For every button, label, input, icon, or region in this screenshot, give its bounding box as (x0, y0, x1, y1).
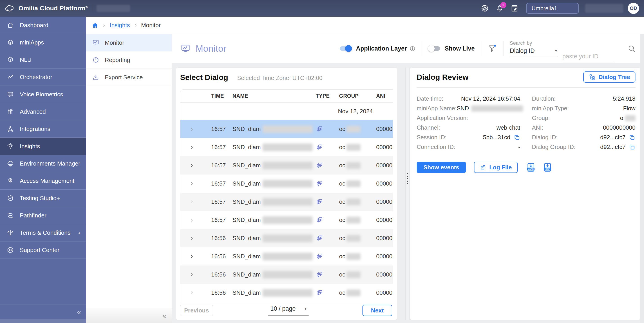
row-ani: 0000000000 (375, 217, 393, 224)
field-ani: ANI: 0000000000 (532, 123, 636, 133)
row-expand-chevron-icon[interactable] (180, 254, 203, 259)
page-size-select[interactable]: 10 / page ▾ (268, 305, 309, 316)
avatar[interactable]: OD (628, 3, 639, 14)
application-layer-toggle[interactable] (340, 46, 352, 51)
nodes-icon (7, 125, 14, 133)
submenu-item-monitor[interactable]: Monitor (86, 34, 172, 51)
field-label: Dialog ID: (532, 134, 558, 141)
route-icon (7, 212, 14, 219)
home-icon[interactable] (92, 22, 98, 29)
dialog-tree-button[interactable]: Dialog Tree (583, 71, 636, 83)
row-expand-chevron-icon[interactable] (180, 145, 203, 150)
sidebar-item-label: Advanced (20, 108, 46, 115)
dialog-table-row[interactable]: 16:56 SND_diam oc 0000000000 (180, 284, 393, 302)
theme-icon[interactable] (481, 4, 489, 12)
row-group: oc (339, 271, 345, 278)
sidebar-item-voice-biometrics[interactable]: Voice Biometrics (0, 86, 86, 103)
json-download-icon[interactable]: JSON (526, 162, 536, 173)
environment-selector-button[interactable]: Umbrella1 (526, 3, 579, 14)
sidebar-item-integrations[interactable]: Integrations (0, 120, 86, 138)
search-icon[interactable] (627, 44, 636, 53)
show-events-button[interactable]: Show events (417, 162, 466, 173)
submenu-item-export-service[interactable]: Export Service (86, 69, 172, 86)
dialog-table-row[interactable]: 16:57 SND_diam oc 0000000000 (180, 193, 393, 211)
release-notes-icon[interactable] (510, 4, 518, 12)
submenu-item-label: Reporting (105, 57, 130, 63)
copy-icon[interactable] (629, 134, 636, 141)
vertical-scrollbar[interactable] (640, 34, 644, 323)
breadcrumb-item-insights[interactable]: Insights (110, 22, 130, 29)
dialog-table-row[interactable]: 16:56 SND_diam oc 0000000000 (180, 266, 393, 284)
notifications-bell-icon[interactable]: 2 (496, 4, 504, 12)
row-expand-chevron-icon[interactable] (180, 217, 203, 223)
sidebar-item-terms-conditions[interactable]: Terms & Conditions ▲ (0, 224, 86, 242)
sidebar-item-environments-manager[interactable]: Environments Manager (0, 155, 86, 172)
dialog-table-row[interactable]: 16:56 SND_diam oc 0000000000 (180, 229, 393, 247)
search-by-value: Dialog ID (510, 47, 535, 54)
dialog-table-row[interactable]: 16:56 SND_diam oc 0000000000 (180, 247, 393, 266)
next-page-button[interactable]: Next (362, 305, 392, 316)
field-value: 5bb...31cd (483, 134, 510, 141)
row-group: oc (339, 126, 345, 133)
search-by-select[interactable]: Dialog ID ▾ (510, 47, 557, 57)
sidebar-item-access-management[interactable]: Access Management (0, 172, 86, 190)
log-file-button[interactable]: Log File (474, 162, 518, 173)
submenu-item-reporting[interactable]: Reporting (86, 51, 172, 69)
copy-icon[interactable] (514, 134, 520, 141)
sidebar-item-miniapps[interactable]: miniApps (0, 34, 86, 51)
rtf-download-icon[interactable]: RTF (542, 162, 553, 173)
dialog-table-row[interactable]: 16:57 SND_diam oc 0000000000 (180, 156, 393, 175)
search-id-input[interactable] (562, 51, 615, 63)
show-live-toggle[interactable] (428, 46, 440, 51)
sidebar-item-label: miniApps (20, 39, 44, 46)
field-connection-id: Connection ID: - (417, 142, 520, 152)
previous-page-button[interactable]: Previous (180, 305, 213, 316)
sidebar-item-advanced[interactable]: Advanced (0, 103, 86, 120)
sidebar-item-pathfinder[interactable]: Pathfinder (0, 207, 86, 224)
page-size-value: 10 / page (270, 305, 296, 312)
svg-text:RTF: RTF (545, 168, 550, 170)
row-expand-chevron-icon[interactable] (180, 181, 203, 186)
sidebar-item-support-center[interactable]: Support Center (0, 242, 86, 259)
webchat-type-icon (314, 162, 336, 169)
row-group: oc (339, 180, 345, 187)
copy-icon[interactable] (629, 144, 636, 150)
collapse-caret-icon[interactable]: ▲ (78, 231, 81, 235)
redacted-environment-name (96, 5, 130, 12)
dialog-table-row[interactable]: 16:57 SND_diam oc 0000000000 (180, 120, 393, 138)
row-expand-chevron-icon[interactable] (180, 199, 203, 205)
dialog-review-panel: Dialog Review (410, 68, 640, 320)
row-name: SND_diam (232, 144, 261, 151)
redacted-name (263, 253, 312, 260)
info-icon[interactable] (410, 46, 416, 52)
row-name: SND_diam (232, 235, 261, 242)
row-expand-chevron-icon[interactable] (180, 290, 203, 296)
field-miniapp-type: miniApp Type: Flow (532, 104, 636, 113)
dialog-table-row[interactable]: 16:57 SND_diam oc 0000000000 (180, 175, 393, 193)
field-application-version: Application Version: (417, 113, 520, 123)
sidebar-collapse-icon[interactable]: « (77, 308, 81, 316)
pagination: Previous 10 / page ▾ Next (180, 305, 397, 316)
submenu-collapse-icon[interactable]: « (162, 312, 166, 320)
filter-funnel-icon[interactable] (488, 44, 497, 53)
row-expand-chevron-icon[interactable] (180, 236, 203, 241)
panel-resize-splitter[interactable] (406, 68, 410, 320)
row-expand-chevron-icon[interactable] (180, 163, 203, 168)
sidebar-item-dashboard[interactable]: Dashboard (0, 17, 86, 34)
row-expand-chevron-icon[interactable] (180, 272, 203, 277)
notification-badge: 2 (500, 2, 506, 8)
row-name: SND_diam (232, 271, 261, 278)
redacted-group (346, 290, 360, 296)
breadcrumb-item-monitor: Monitor (141, 22, 161, 29)
dialog-table-row[interactable]: 16:57 SND_diam oc 0000000000 (180, 138, 393, 156)
dialog-table-row[interactable]: 16:57 SND_diam oc 0000000000 (180, 211, 393, 229)
field-value: SND (457, 105, 469, 112)
row-expand-chevron-icon[interactable] (180, 126, 203, 132)
sidebar-item-testing-studio[interactable]: Testing Studio+ (0, 190, 86, 207)
sidebar-item-orchestrator[interactable]: Orchestrator (0, 68, 86, 86)
layers-icon (7, 39, 14, 46)
sidebar-item-insights[interactable]: Insights (0, 138, 86, 155)
registered-mark: ® (86, 5, 88, 9)
field-value: Nov 12, 2024 16:57:04 (461, 95, 520, 102)
sidebar-item-nlu[interactable]: NLU (0, 51, 86, 68)
